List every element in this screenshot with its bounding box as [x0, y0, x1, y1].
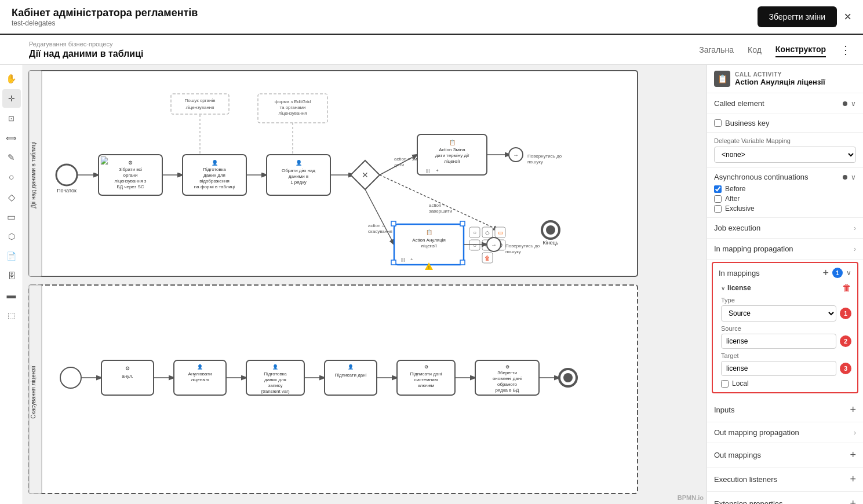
exclusive-checkbox[interactable] — [714, 205, 722, 213]
svg-text:👤: 👤 — [348, 364, 354, 370]
svg-text:(transient var): (transient var) — [261, 389, 290, 394]
extension-properties-section[interactable]: Extension properties + — [707, 492, 863, 504]
svg-text:запису: запису — [268, 383, 283, 388]
svg-text:⚙: ⚙ — [505, 364, 509, 370]
type-badge: 1 — [840, 308, 851, 319]
before-label: Before — [725, 185, 745, 193]
svg-text:|||: ||| — [426, 168, 429, 173]
before-checkbox[interactable] — [714, 185, 722, 193]
container-tool[interactable]: ▬ — [2, 286, 21, 305]
svg-text:Підготовка: Підготовка — [264, 371, 287, 377]
execution-listeners-section[interactable]: Execution listeners + — [707, 468, 863, 492]
in-mappings-chevron[interactable]: ∨ — [846, 269, 851, 277]
app-header: Кабінет адміністратора регламентів test-… — [0, 0, 863, 35]
after-checkbox[interactable] — [714, 195, 722, 203]
space-tool[interactable]: ⟺ — [2, 129, 21, 147]
in-mapping-propagation-section[interactable]: In mapping propagation › — [707, 239, 863, 260]
extension-properties-add-button[interactable]: + — [850, 498, 856, 504]
after-label: After — [725, 195, 740, 203]
svg-text:та органами: та органами — [279, 105, 305, 110]
save-button[interactable]: Зберегти зміни — [758, 6, 837, 27]
svg-text:○: ○ — [473, 229, 476, 236]
source-input[interactable] — [721, 334, 836, 349]
pen-tool[interactable]: ✎ — [2, 148, 21, 167]
tab-code[interactable]: Код — [748, 43, 762, 57]
delegate-variable-select[interactable]: <none> — [714, 147, 856, 163]
out-mappings-add-button[interactable]: + — [850, 449, 856, 461]
svg-rect-65 — [460, 260, 465, 265]
svg-text:ліцензування: ліцензування — [278, 111, 307, 116]
page-tool[interactable]: 📄 — [2, 247, 21, 265]
svg-text:👤: 👤 — [272, 364, 278, 370]
svg-text:системним: системним — [414, 377, 438, 382]
svg-text:👤: 👤 — [197, 364, 203, 370]
tab-constructor[interactable]: Конструктор — [775, 42, 826, 57]
execution-listeners-add-button[interactable]: + — [850, 473, 856, 485]
svg-point-96 — [60, 367, 81, 388]
called-element-chevron[interactable]: ∨ — [851, 100, 856, 108]
svg-rect-62 — [391, 221, 396, 226]
called-element-label[interactable]: Called element — [714, 99, 764, 108]
inputs-section[interactable]: Inputs + — [707, 398, 863, 422]
svg-text:action =: action = — [429, 203, 446, 208]
target-input[interactable] — [721, 361, 836, 376]
hexagon-tool[interactable]: ⬡ — [2, 227, 21, 246]
svg-text:+: + — [410, 257, 413, 262]
dotted-tool[interactable]: ⬚ — [2, 306, 21, 324]
inputs-add-button[interactable]: + — [850, 404, 856, 416]
job-execution-section[interactable]: Job execution › — [707, 218, 863, 239]
type-select[interactable]: Source Target Variable — [721, 305, 836, 322]
subheader: Редагування бізнес-процесу Дії над даним… — [0, 35, 863, 65]
license-mapping-item: ∨ license 🗑 Type Source Target Variable — [713, 283, 857, 392]
out-mapping-propagation-section[interactable]: Out mapping propagation › — [707, 422, 863, 443]
svg-text:+: + — [436, 168, 439, 173]
db-tool[interactable]: 🗄 — [2, 266, 21, 285]
local-checkbox[interactable] — [721, 380, 729, 388]
svg-text:дати терміну дії: дати терміну дії — [435, 153, 469, 158]
execution-listeners-label: Execution listeners — [714, 475, 777, 484]
svg-text:на формі в таблиці: на формі в таблиці — [194, 184, 235, 189]
called-element-section: Called element ∨ — [707, 93, 863, 114]
diamond-tool[interactable]: ◇ — [2, 188, 21, 206]
svg-point-132 — [563, 373, 573, 382]
app-title: Кабінет адміністратора регламентів — [12, 7, 198, 19]
bpmn-diagram: Дії над даними в таблиці Скасування ліце… — [23, 65, 707, 504]
svg-rect-64 — [391, 260, 396, 265]
svg-text:ліцензії: ліцензії — [421, 243, 437, 249]
async-section: Asynchronous continuations ∨ Before Afte… — [707, 168, 863, 218]
target-badge: 3 — [840, 363, 851, 374]
exclusive-label: Exclusive — [725, 204, 755, 213]
svg-text:Обрати дію над: Обрати дію над — [282, 168, 315, 173]
app-subtitle: test-delegates — [12, 19, 198, 27]
collapse-icon[interactable]: ∨ — [721, 285, 725, 291]
panel-badge: CALL ACTIVITY — [735, 71, 825, 78]
hand-tool[interactable]: ✋ — [2, 70, 21, 88]
tab-general[interactable]: Загальна — [699, 43, 734, 57]
business-key-checkbox[interactable] — [714, 119, 722, 127]
source-field: Source 2 — [721, 325, 851, 349]
pointer-tool[interactable]: ✛ — [2, 89, 21, 108]
svg-text:Повернутись до: Повернутись до — [505, 243, 540, 249]
svg-text:дати: дати — [394, 162, 404, 167]
main-area: ✋ ✛ ⊡ ⟺ ✎ ○ ◇ ▭ ⬡ 📄 🗄 ▬ ⬚ Дії над даними… — [0, 65, 863, 504]
left-toolbar: ✋ ✛ ⊡ ⟺ ✎ ○ ◇ ▭ ⬡ 📄 🗄 ▬ ⬚ — [0, 65, 23, 504]
svg-text:!: ! — [428, 265, 429, 269]
svg-text:⚙: ⚙ — [128, 160, 133, 166]
out-mapping-propagation-chevron: › — [854, 429, 856, 437]
svg-text:БД через SC: БД через SC — [116, 184, 144, 189]
rect-tool[interactable]: ▭ — [2, 207, 21, 226]
in-mappings-add-button[interactable]: + — [822, 268, 829, 278]
svg-point-93 — [546, 225, 555, 235]
svg-text:обраного: обраного — [497, 382, 518, 387]
svg-text:Підписати дані: Підписати дані — [410, 371, 442, 377]
delete-mapping-button[interactable]: 🗑 — [842, 283, 851, 293]
circle-tool[interactable]: ○ — [2, 168, 21, 187]
svg-text:→: → — [513, 152, 519, 158]
more-menu-icon[interactable]: ⋮ — [840, 43, 851, 57]
lasso-tool[interactable]: ⊡ — [2, 109, 21, 127]
async-chevron[interactable]: ∨ — [851, 173, 856, 181]
out-mappings-section[interactable]: Out mappings + — [707, 443, 863, 468]
close-button[interactable]: × — [844, 9, 851, 24]
called-element-dot — [843, 101, 847, 106]
svg-text:даних для: даних для — [203, 173, 225, 178]
